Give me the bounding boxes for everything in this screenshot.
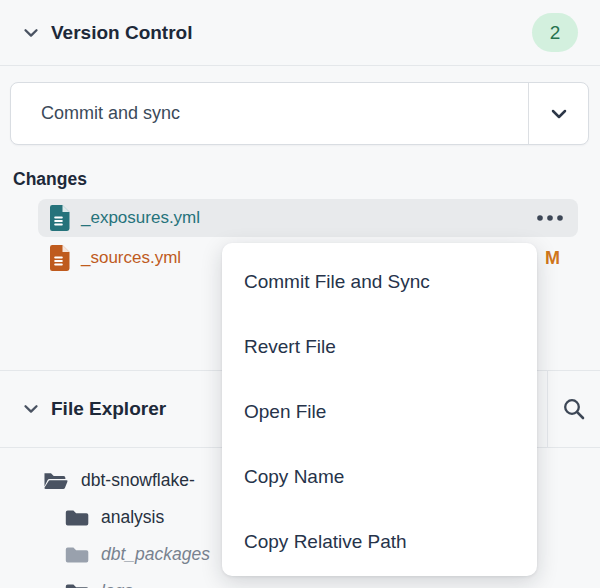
git-modified-badge: M: [545, 248, 566, 269]
menu-item-copy-name[interactable]: Copy Name: [222, 444, 537, 509]
row-actions-ellipsis-icon[interactable]: [534, 210, 566, 226]
folder-icon: [65, 545, 89, 565]
commit-dropdown-caret[interactable]: [528, 83, 588, 144]
changes-count-badge: 2: [532, 13, 578, 52]
folder-icon: [65, 508, 89, 528]
tree-item-label: analysis: [101, 507, 164, 528]
yml-file-icon: [50, 245, 70, 271]
menu-item-revert-file[interactable]: Revert File: [222, 314, 537, 379]
search-button[interactable]: [547, 371, 600, 447]
version-control-header[interactable]: Version Control 2: [0, 0, 600, 66]
change-row-exposures[interactable]: _exposures.yml: [38, 199, 578, 237]
menu-item-commit-file-and-sync[interactable]: Commit File and Sync: [222, 249, 537, 314]
search-icon: [562, 397, 586, 421]
folder-open-icon: [42, 470, 69, 491]
menu-item-copy-relative-path[interactable]: Copy Relative Path: [222, 509, 537, 574]
commit-dropdown-label: Commit and sync: [11, 83, 180, 144]
chevron-down-icon: [22, 400, 40, 418]
change-file-name: _sources.yml: [81, 248, 181, 268]
commit-and-sync-dropdown[interactable]: Commit and sync: [10, 82, 589, 145]
file-context-menu: Commit File and Sync Revert File Open Fi…: [222, 243, 537, 576]
tree-item-label: logs: [101, 581, 133, 588]
tree-item-label: dbt_packages: [101, 544, 210, 565]
change-file-name: _exposures.yml: [81, 208, 200, 228]
yml-file-icon: [50, 205, 70, 231]
menu-item-open-file[interactable]: Open File: [222, 379, 537, 444]
version-control-title: Version Control: [51, 22, 192, 44]
tree-item-label: dbt-snowflake-: [81, 470, 195, 491]
folder-icon: [65, 582, 89, 588]
file-explorer-title: File Explorer: [51, 398, 166, 420]
changes-heading: Changes: [13, 169, 600, 190]
chevron-down-icon: [548, 103, 570, 125]
chevron-down-icon: [22, 24, 40, 42]
